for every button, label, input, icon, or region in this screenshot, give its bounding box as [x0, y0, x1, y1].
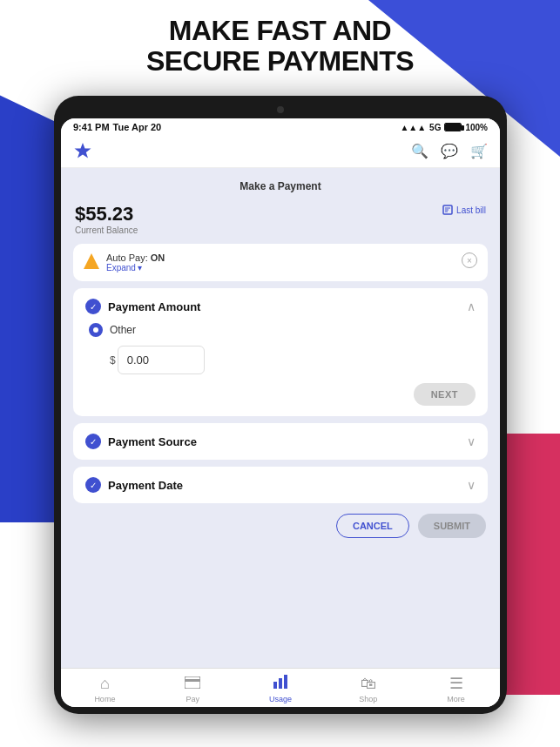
payment-source-title: Payment Source [108, 435, 197, 448]
payment-source-section: ✓ Payment Source ∨ [73, 423, 488, 460]
nav-item-shop[interactable]: 🛍 Shop [349, 675, 388, 703]
search-icon[interactable]: 🔍 [411, 143, 428, 159]
cart-icon[interactable]: 🛒 [470, 143, 488, 159]
balance-row: $55.23 Current Balance Last bill [73, 201, 488, 237]
currency-prefix: $ [110, 354, 116, 367]
battery-label: 100% [465, 123, 488, 132]
header-icons: 🔍 💬 🛒 [411, 143, 488, 159]
balance-amount: $55.23 [75, 205, 138, 224]
svg-rect-6 [185, 679, 200, 682]
svg-rect-8 [279, 678, 282, 689]
app-header: 🔍 💬 🛒 [61, 136, 500, 168]
status-date: Tue Apr 20 [113, 122, 162, 132]
amount-input[interactable] [118, 346, 205, 374]
content-area: Make a Payment $55.23 Current Balance La… [61, 168, 500, 668]
nav-item-home[interactable]: ⌂ Home [85, 675, 124, 703]
nav-label-more: More [447, 695, 465, 703]
home-icon: ⌂ [100, 675, 110, 693]
svg-rect-5 [185, 676, 200, 689]
payment-amount-section: ✓ Payment Amount ∧ Other $ NEXT [73, 288, 488, 416]
payment-date-title: Payment Date [108, 479, 183, 492]
other-radio-label: Other [110, 324, 136, 336]
pay-icon [185, 675, 200, 693]
payment-amount-title: Payment Amount [108, 300, 200, 313]
svg-rect-7 [273, 682, 277, 689]
payment-date-chevron: ∨ [467, 478, 476, 492]
payment-source-check: ✓ [85, 434, 101, 449]
action-row: CANCEL SUBMIT [73, 510, 488, 543]
submit-button[interactable]: SUBMIT [418, 514, 486, 538]
nav-label-shop: Shop [359, 695, 377, 703]
last-bill-link[interactable]: Last bill [442, 205, 486, 215]
usage-icon [273, 675, 288, 693]
signal-label: 5G [429, 123, 441, 132]
more-icon: ☰ [449, 674, 463, 693]
balance-label: Current Balance [75, 225, 138, 235]
payment-date-check: ✓ [85, 477, 101, 493]
payment-amount-body: Other $ NEXT [85, 323, 476, 406]
payment-source-header[interactable]: ✓ Payment Source ∨ [85, 434, 476, 449]
payment-date-section: ✓ Payment Date ∨ [73, 467, 488, 503]
next-button[interactable]: NEXT [414, 383, 476, 406]
last-bill-label: Last bill [456, 205, 486, 215]
amount-input-row: $ [110, 346, 476, 374]
nav-item-more[interactable]: ☰ More [437, 674, 476, 703]
battery-icon [444, 123, 462, 131]
bottom-nav: ⌂ Home Pay Usage � [61, 668, 500, 707]
battery-fill [445, 124, 460, 131]
logo-icon [73, 141, 92, 160]
payment-amount-chevron-up: ∧ [467, 299, 476, 313]
nav-label-usage: Usage [269, 695, 292, 703]
nav-label-home: Home [94, 695, 115, 703]
chat-icon[interactable]: 💬 [441, 143, 458, 159]
other-radio-row[interactable]: Other [89, 323, 476, 337]
tablet-frame: 9:41 PM Tue Apr 20 ▲▲▲ 5G 100% 🔍 💬 [54, 96, 507, 714]
payment-date-header[interactable]: ✓ Payment Date ∨ [85, 477, 476, 493]
payment-amount-check: ✓ [85, 299, 101, 314]
nav-item-usage[interactable]: Usage [261, 675, 300, 703]
cancel-button[interactable]: CANCEL [336, 514, 409, 538]
signal-icon: ▲▲▲ [400, 123, 426, 132]
tablet-screen: 9:41 PM Tue Apr 20 ▲▲▲ 5G 100% 🔍 💬 [61, 118, 500, 707]
warning-icon [84, 253, 99, 269]
svg-rect-9 [284, 675, 287, 689]
svg-marker-0 [75, 143, 91, 158]
other-radio-button[interactable] [89, 323, 103, 337]
payment-source-chevron: ∨ [467, 434, 476, 448]
content-heading: Make a Payment [73, 177, 488, 194]
status-time: 9:41 PM [73, 122, 110, 132]
payment-amount-header[interactable]: ✓ Payment Amount ∧ [85, 299, 476, 314]
nav-label-pay: Pay [186, 695, 199, 703]
autopay-banner: Auto Pay: ON Expand ▾ × [73, 244, 488, 281]
page-headline: MAKE FAST AND SECURE PAYMENTS [0, 16, 560, 77]
autopay-expand[interactable]: Expand ▾ [106, 263, 165, 273]
camera-dot [277, 106, 284, 113]
autopay-close-button[interactable]: × [462, 252, 477, 268]
status-bar: 9:41 PM Tue Apr 20 ▲▲▲ 5G 100% [61, 118, 500, 136]
bill-icon [442, 205, 453, 215]
autopay-text: Auto Pay: ON [106, 252, 165, 263]
shop-icon: 🛍 [361, 675, 376, 693]
nav-item-pay[interactable]: Pay [173, 675, 212, 703]
